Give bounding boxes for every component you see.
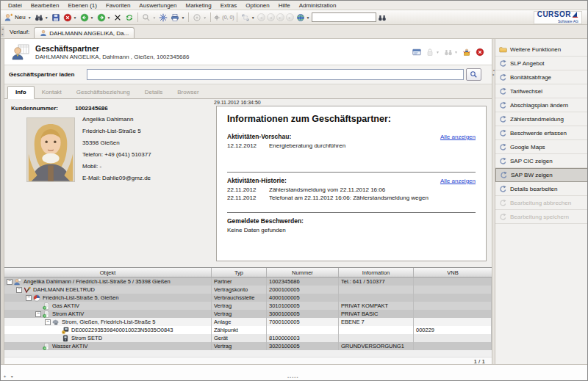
action-item[interactable]: Google Maps <box>495 140 588 154</box>
tab[interactable]: Info <box>7 86 35 99</box>
tree-expander[interactable] <box>7 279 12 285</box>
table-row[interactable]: Strom, Gießen, Friedrich-List-Straße 5 A… <box>4 318 492 326</box>
dropdown-arrow-icon[interactable]: ▼ <box>181 15 184 20</box>
new-person-icon <box>4 13 13 22</box>
binoculars-icon <box>378 13 387 22</box>
customer-photo <box>26 117 75 182</box>
column-header-information[interactable]: Information <box>339 268 414 277</box>
forward-button[interactable]: ▼ <box>96 12 112 23</box>
save-button[interactable] <box>50 12 62 23</box>
typ-cell: Anlage <box>212 318 267 326</box>
table-row[interactable]: Friedrich-List-Straße 5, Gießen Verbrauc… <box>4 294 492 302</box>
divider <box>227 212 476 213</box>
tree-expander[interactable] <box>26 295 32 301</box>
close-button[interactable] <box>112 12 123 23</box>
action-icon <box>500 171 508 179</box>
column-header-typ[interactable]: Typ <box>212 268 267 277</box>
search-binoculars-button[interactable]: ▼ <box>33 12 50 23</box>
action-item[interactable]: SAP CIC zeigen <box>495 154 588 168</box>
card-view-button[interactable] <box>411 46 423 57</box>
table-row[interactable]: DAHLMANN EDELTRUD Vertragskonto 20001000… <box>4 286 492 294</box>
vertical-splitter[interactable]: ◂▸ <box>492 39 495 366</box>
action-icon <box>499 101 507 109</box>
dropdown-arrow-icon[interactable]: ▼ <box>45 15 49 20</box>
abort-button[interactable] <box>474 46 486 57</box>
dropdown-arrow-icon[interactable]: ▼ <box>28 15 32 20</box>
menu-item[interactable]: Administration <box>295 1 341 10</box>
new-button[interactable]: Neu▼ <box>3 12 33 23</box>
action-item[interactable]: SAP BW zeigen <box>495 168 588 182</box>
print-button[interactable]: ▼ <box>169 12 186 23</box>
table-row[interactable]: Angelika Dahlmann / Friedrich-List-Straß… <box>4 277 492 286</box>
load-search-button[interactable] <box>466 68 481 81</box>
menu-item[interactable]: Ebenen (1) <box>63 1 101 10</box>
table-row[interactable]: Strom AKTIV Vertrag 3000100005 PRIVAT BA… <box>4 310 492 318</box>
nummer-cell: 3010100005 <box>267 302 339 310</box>
row-type-icon <box>43 311 50 318</box>
column-header-nummer[interactable]: Nummer <box>267 268 339 277</box>
action-item[interactable]: Abschlagsplan ändern <box>495 98 588 112</box>
table-header: Objekt Typ Nummer Information VNB <box>4 268 492 277</box>
nummer-cell: 7000100005 <box>267 318 339 326</box>
menu-item[interactable]: Hilfe <box>274 1 295 10</box>
action-item[interactable]: Tarifwechsel <box>495 84 588 98</box>
dropdown-arrow-icon[interactable]: ▼ <box>251 15 255 20</box>
object-label: DE00022935398400010023N5035O0843 <box>71 327 173 333</box>
row-type-icon <box>62 327 69 334</box>
menu-item[interactable]: Marketing <box>182 1 216 10</box>
action-item[interactable]: Bearbeitung abbrechen <box>495 196 588 210</box>
menu-item[interactable]: Bearbeiten <box>26 1 64 10</box>
table-row[interactable]: DE00022935398400010023N5035O0843 Zählpun… <box>4 326 492 334</box>
column-header-vnb[interactable]: VNB <box>414 268 492 277</box>
tree-expander[interactable] <box>45 319 51 325</box>
partner-load-input[interactable] <box>87 69 464 80</box>
dropdown-arrow-icon[interactable]: ▼ <box>306 15 310 20</box>
splitter-grip[interactable]: ◂▸ <box>492 68 495 77</box>
tab[interactable]: Kontakt <box>35 87 69 98</box>
tree-expander[interactable] <box>35 311 41 317</box>
column-header-objekt[interactable]: Objekt <box>4 268 212 277</box>
action-item[interactable]: Bonitätsabfrage <box>495 70 588 84</box>
horizontal-splitter-grip[interactable]: ••••• <box>287 375 299 380</box>
action-item[interactable]: Details bearbeiten <box>495 182 588 196</box>
table-row[interactable]: Wasser AKTIV Vertrag 3020100005 GRUNDVER… <box>4 342 492 350</box>
quicksearch-input[interactable] <box>312 12 376 22</box>
menu-item[interactable]: Auswertungen <box>135 1 181 10</box>
action-item[interactable]: Beschwerde erfassen <box>495 126 588 140</box>
tab[interactable]: Geschäftsbeziehung <box>69 87 137 98</box>
table-row[interactable]: Strom SETD Gerät 8100000003 <box>4 334 492 342</box>
action-item[interactable]: Weitere Funktionen <box>495 43 588 57</box>
web-button[interactable]: ▼ <box>295 12 312 23</box>
surprise-button[interactable] <box>461 46 473 57</box>
customer-street: Friedrich-List-Straße 5 <box>82 126 151 137</box>
tab[interactable]: Details <box>137 87 170 98</box>
menu-item[interactable]: Datei <box>4 1 26 10</box>
dropdown-arrow-icon[interactable]: ▼ <box>107 15 111 20</box>
show-all-link[interactable]: Alle anzeigen <box>440 178 476 184</box>
vnb-cell <box>414 302 492 310</box>
vnb-cell <box>414 334 492 342</box>
refresh-button[interactable] <box>123 12 135 23</box>
tab[interactable]: Browser <box>170 87 206 98</box>
action-item[interactable]: Bearbeitung speichern <box>495 210 588 224</box>
menu-item[interactable]: Favoriten <box>101 1 135 10</box>
favorites-button[interactable] <box>157 12 169 23</box>
selection-mode-button[interactable]: ▼ <box>240 12 257 23</box>
tree-expander[interactable] <box>16 287 22 293</box>
table-row[interactable]: Gas AKTIV Vertrag 3010100005 PRIVAT KOMP… <box>4 302 492 310</box>
history-tab[interactable]: DAHLMANN ANGELIKA, Da... <box>34 27 135 38</box>
menu-item[interactable]: Extras <box>216 1 242 10</box>
show-all-link[interactable]: Alle anzeigen <box>440 134 476 140</box>
loader-label: Geschäftspartner laden <box>9 71 87 78</box>
action-item[interactable]: SLP Angebot <box>495 57 588 70</box>
delete-button[interactable]: ▼ <box>62 12 79 23</box>
dropdown-arrow-icon[interactable]: ▼ <box>74 15 77 20</box>
dropdown-arrow-icon[interactable]: ▼ <box>90 15 94 20</box>
find-button[interactable] <box>376 12 388 23</box>
customer-number-label: Kundennummer: <box>11 105 74 112</box>
panel-collapse-handle[interactable]: ◂▸ <box>1 26 4 37</box>
back-button[interactable]: ▼ <box>79 12 96 23</box>
menu-item[interactable]: Optionen <box>241 1 273 10</box>
action-item[interactable]: Zählerstandmeldung <box>495 112 588 126</box>
section-heading: Aktivitäten-Vorschau: <box>227 133 291 140</box>
